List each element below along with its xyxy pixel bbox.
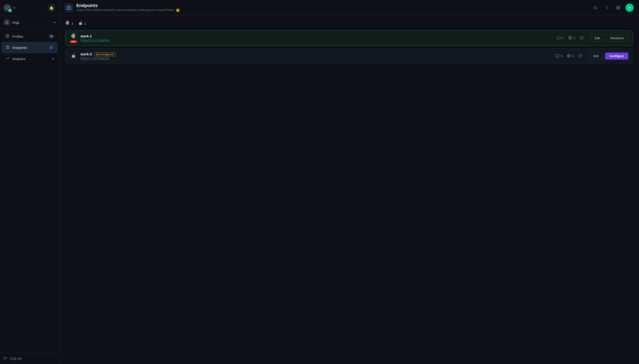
apple-count: 1 (84, 22, 86, 25)
stat-globe-count-work-2: 0 (572, 54, 574, 58)
add-endpoint-button[interactable]: + (625, 4, 634, 12)
logout-button[interactable]: Log out (0, 353, 59, 364)
stat-devices-work-1: 0 (557, 36, 564, 40)
endpoint-name-work-1: work-1 (81, 34, 92, 38)
svg-rect-6 (6, 46, 10, 48)
os-filter-apple[interactable]: 1 (79, 20, 86, 26)
profiles-badge: 6 (49, 34, 54, 38)
endpoint-card-work-1: 19m work-1 Default For All Endpoints 0 (65, 30, 633, 46)
not-configured-badge: Not Configured (94, 52, 116, 56)
analytics-icon (5, 56, 10, 61)
android-icon (65, 20, 70, 26)
stat-globe-count-work-1: 0 (573, 36, 575, 40)
profiles-label: Profiles (12, 34, 23, 38)
os-filter-android[interactable]: 1 (65, 20, 73, 26)
endpoints-icon (6, 45, 10, 50)
logo-area: ▾ (4, 4, 15, 12)
topbar-left: Endpoints Unique DNS resolvers tailored … (65, 3, 180, 12)
endpoint-stats-work-2: 0 0 (555, 54, 582, 58)
page-subtitle: Unique DNS resolvers tailored for users … (76, 8, 180, 12)
resolvers-button-work-1[interactable]: Resolvers (606, 34, 628, 42)
sidebar-item-profiles[interactable]: Profiles 6 (2, 31, 57, 42)
more-options-button[interactable] (603, 4, 611, 12)
topbar-right: + (591, 4, 634, 12)
app-logo (4, 4, 12, 12)
org-info: Org1 (4, 19, 20, 26)
svg-line-12 (596, 8, 597, 9)
stat-devices-count-work-1: 0 (562, 36, 564, 40)
org-name: Org1 (12, 20, 20, 24)
notification-bell-button[interactable]: 🔔 (48, 4, 56, 12)
sidebar: ▾ 🔔 Org1 ▾ (0, 0, 59, 364)
sidebar-item-analytics[interactable]: Analytics ▾ (2, 54, 57, 64)
stat-pie-work-2 (578, 54, 582, 58)
info-icon[interactable]: i (176, 8, 180, 12)
endpoint-name-work-2: work-2 (81, 52, 92, 56)
edit-button-work-1[interactable]: Edit (590, 34, 604, 42)
topbar: Endpoints Unique DNS resolvers tailored … (59, 0, 639, 15)
logout-icon (4, 356, 8, 361)
endpoint-info-work-1: work-1 Default For All Endpoints (81, 34, 553, 42)
stat-globe-work-2: 0 (567, 54, 574, 58)
svg-point-10 (68, 8, 69, 8)
svg-rect-9 (67, 6, 71, 10)
endpoint-subtitle-work-2[interactable]: Default For All Endpoints (81, 57, 552, 60)
pie-icon-work-2 (578, 54, 582, 58)
endpoint-actions-work-1: Edit Resolvers (590, 34, 628, 42)
logo-chevron[interactable]: ▾ (14, 6, 15, 10)
pie-icon-work-1 (580, 36, 583, 40)
endpoint-subtitle-work-1[interactable]: Default For All Endpoints (81, 39, 553, 42)
endpoint-stats-work-1: 0 0 (557, 36, 583, 40)
sidebar-item-endpoints[interactable]: Endpoints 2 (2, 42, 57, 53)
svg-point-13 (606, 6, 607, 6)
page-title: Endpoints (76, 3, 180, 8)
profiles-icon (5, 34, 10, 39)
endpoint-info-work-2: work-2 Not Configured Default For All En… (81, 52, 552, 60)
svg-rect-3 (8, 34, 9, 36)
org-selector[interactable]: Org1 ▾ (0, 16, 59, 29)
svg-point-1 (6, 21, 7, 22)
svg-point-15 (606, 8, 607, 9)
svg-rect-5 (8, 36, 9, 38)
analytics-label: Analytics (12, 57, 26, 61)
layers-button[interactable] (614, 4, 622, 12)
devices-icon (557, 36, 561, 40)
content-area: 1 1 19m work-1 (59, 15, 639, 364)
org-avatar (4, 19, 10, 26)
globe-icon-work-2 (567, 54, 571, 58)
globe-icon-work-1 (568, 36, 572, 40)
svg-marker-16 (616, 6, 620, 8)
devices-icon-work-2 (555, 54, 559, 58)
svg-rect-4 (6, 36, 7, 38)
svg-point-7 (8, 47, 8, 48)
stat-pie-work-1 (580, 36, 583, 40)
page-icon (65, 3, 73, 12)
svg-point-14 (606, 7, 607, 8)
configure-button-work-2[interactable]: Configure (605, 52, 628, 60)
search-button[interactable] (591, 4, 599, 12)
endpoints-label: Endpoints (13, 46, 27, 50)
stat-devices-work-2: 0 (555, 54, 562, 58)
apple-filter-icon (79, 20, 82, 26)
android-count: 1 (72, 22, 73, 25)
analytics-chevron-icon: ▾ (52, 57, 54, 60)
endpoint-card-work-2: work-2 Not Configured Default For All En… (65, 48, 633, 64)
endpoint-os-icon-android: 19m (70, 33, 77, 43)
endpoint-os-icon-apple (70, 53, 77, 59)
sidebar-header: ▾ 🔔 (0, 0, 59, 16)
main-content: Endpoints Unique DNS resolvers tailored … (59, 0, 639, 364)
stat-devices-count-work-2: 0 (561, 54, 562, 58)
svg-rect-2 (6, 34, 7, 36)
org-chevron-icon: ▾ (54, 20, 56, 24)
stat-globe-work-1: 0 (568, 36, 575, 40)
nav-items: Profiles 6 Endpoints 2 (0, 29, 59, 351)
os-filter-bar: 1 1 (65, 20, 633, 26)
svg-point-11 (594, 6, 596, 9)
endpoints-badge: 2 (49, 46, 54, 50)
logout-label: Log out (10, 356, 22, 360)
edit-button-work-2[interactable]: Edit (589, 52, 603, 60)
endpoint-actions-work-2: Edit Configure (589, 52, 628, 60)
